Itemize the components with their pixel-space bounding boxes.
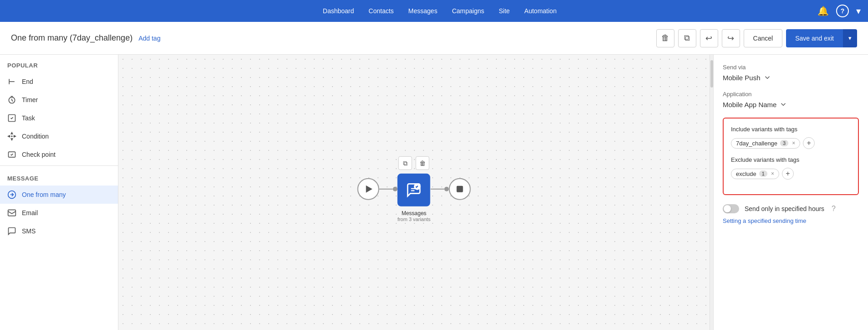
- save-exit-button[interactable]: Save and exit ▾: [786, 29, 857, 47]
- sidebar-item-email[interactable]: Email: [0, 204, 118, 222]
- add-tag-button[interactable]: Add tag: [138, 35, 160, 42]
- redo-button[interactable]: ↪: [722, 29, 740, 47]
- timer-icon: [7, 95, 16, 104]
- toolbar: One from many (7day_challenge) Add tag 🗑…: [0, 22, 868, 55]
- save-exit-dropdown-button[interactable]: ▾: [843, 29, 857, 47]
- sidebar-divider: [0, 165, 118, 166]
- include-tag-7day-badge: 3: [780, 140, 788, 146]
- scroll-separator: [710, 55, 713, 330]
- sidebar-item-label-end: End: [22, 78, 33, 85]
- nav-site[interactable]: Site: [499, 7, 510, 15]
- nav-contacts[interactable]: Contacts: [368, 7, 393, 15]
- copy-icon: ⧉: [684, 33, 690, 43]
- nav-campaigns[interactable]: Campaigns: [452, 7, 484, 15]
- sidebar-item-timer[interactable]: Timer: [0, 91, 118, 109]
- message-node[interactable]: [398, 174, 430, 206]
- exclude-label: Exclude variants with tags: [731, 156, 851, 163]
- connector-1: [379, 187, 398, 191]
- help-icon[interactable]: ?: [836, 5, 849, 17]
- task-icon: [7, 113, 16, 123]
- send-via-label: Send via: [723, 64, 859, 71]
- end-node-container: [449, 178, 470, 200]
- copy-button[interactable]: ⧉: [678, 29, 696, 47]
- topnav-right: 🔔 ? ▾: [817, 5, 861, 17]
- sidebar-item-label-condition: Condition: [22, 133, 49, 140]
- exclude-tag-close[interactable]: ×: [771, 170, 774, 177]
- send-via-value: Mobile Push: [723, 74, 761, 82]
- help-circle-icon[interactable]: ?: [832, 205, 836, 213]
- include-tag-7day: 7day_challenge 3 ×: [731, 138, 800, 149]
- svg-point-4: [11, 136, 12, 137]
- sms-icon: [7, 227, 16, 236]
- node-sublabel: from 3 variants: [398, 217, 431, 222]
- toolbar-title: One from many (7day_challenge) Add tag: [11, 33, 649, 43]
- sidebar-item-label-task: Task: [22, 114, 35, 122]
- exclude-tag-badge: 1: [759, 170, 767, 177]
- include-tag-7day-close[interactable]: ×: [792, 140, 795, 146]
- right-panel: Send via Mobile Push Application Mobile …: [713, 55, 868, 330]
- stop-icon: [456, 186, 463, 192]
- email-icon: [7, 208, 16, 217]
- sidebar-message-title: Message: [0, 168, 118, 186]
- node-actions: ⧉ 🗑: [398, 156, 429, 170]
- topnav: Dashboard Contacts Messages Campaigns Si…: [0, 0, 868, 22]
- connector-line-1: [379, 189, 393, 190]
- node-copy-button[interactable]: ⧉: [398, 156, 412, 170]
- canvas: ⧉ 🗑 Messages from 3 variants: [118, 55, 710, 330]
- main-layout: Popular End Timer: [0, 55, 868, 330]
- cancel-button[interactable]: Cancel: [744, 29, 783, 47]
- exclude-tag-text: exclude: [736, 170, 756, 177]
- sidebar-item-end[interactable]: End: [0, 72, 118, 91]
- sidebar: Popular End Timer: [0, 55, 118, 330]
- save-exit-chevron-icon: ▾: [848, 35, 852, 41]
- application-value: Mobile App Name: [723, 101, 776, 108]
- send-hours-toggle[interactable]: [723, 204, 739, 213]
- node-delete-icon: 🗑: [419, 160, 426, 167]
- connector-dot-2: [444, 187, 449, 191]
- include-tag-add-button[interactable]: +: [803, 137, 815, 149]
- send-via-chevron-icon: [763, 73, 771, 82]
- toggle-row: Send only in specified hours ?: [723, 204, 859, 213]
- sidebar-item-sms[interactable]: SMS: [0, 222, 118, 240]
- end-icon: [7, 77, 16, 86]
- nav-messages[interactable]: Messages: [408, 7, 438, 15]
- delete-button[interactable]: 🗑: [656, 29, 674, 47]
- sidebar-item-one-from-many[interactable]: One from many: [0, 186, 118, 204]
- include-tag-7day-text: 7day_challenge: [736, 140, 777, 147]
- setting-sending-time-link[interactable]: Setting a specified sending time: [723, 217, 807, 224]
- scroll-thumb[interactable]: [710, 60, 713, 88]
- save-exit-main-button[interactable]: Save and exit: [786, 29, 843, 47]
- end-node[interactable]: [449, 178, 470, 200]
- nav-dashboard[interactable]: Dashboard: [323, 7, 354, 15]
- exclude-tag-add-button[interactable]: +: [782, 168, 794, 180]
- canvas-content: ⧉ 🗑 Messages from 3 variants: [357, 156, 471, 222]
- connector-dot-1: [393, 187, 398, 191]
- node-copy-icon: ⧉: [403, 159, 408, 167]
- redo-icon: ↪: [727, 33, 734, 43]
- svg-rect-9: [8, 210, 16, 216]
- send-via-select[interactable]: Mobile Push: [723, 73, 859, 82]
- undo-button[interactable]: ↩: [700, 29, 718, 47]
- sidebar-item-checkpoint[interactable]: Check point: [0, 145, 118, 164]
- sidebar-item-label-sms: SMS: [22, 227, 36, 235]
- sidebar-item-condition[interactable]: Condition: [0, 127, 118, 145]
- dropdown-chevron-icon[interactable]: ▾: [856, 5, 861, 16]
- undo-icon: ↩: [705, 33, 712, 43]
- start-node[interactable]: [357, 178, 379, 200]
- sidebar-item-task[interactable]: Task: [0, 109, 118, 127]
- application-label: Application: [723, 91, 859, 98]
- include-tag-list: 7day_challenge 3 × +: [731, 137, 851, 149]
- node-delete-button[interactable]: 🗑: [416, 156, 429, 170]
- sidebar-item-label-email: Email: [22, 209, 38, 217]
- one-from-many-icon: [7, 190, 16, 199]
- application-section: Application Mobile App Name: [723, 91, 859, 108]
- toggle-label: Send only in specified hours: [745, 205, 824, 212]
- connector-2: [430, 187, 449, 191]
- toolbar-actions: 🗑 ⧉ ↩ ↪ Cancel Save and exit ▾: [656, 29, 857, 47]
- include-label: Include variants with tags: [731, 126, 851, 133]
- notification-icon[interactable]: 🔔: [817, 5, 829, 16]
- nav-automation[interactable]: Automation: [524, 7, 557, 15]
- connector-line-2: [430, 189, 444, 190]
- condition-icon: [7, 132, 16, 141]
- application-select[interactable]: Mobile App Name: [723, 100, 859, 108]
